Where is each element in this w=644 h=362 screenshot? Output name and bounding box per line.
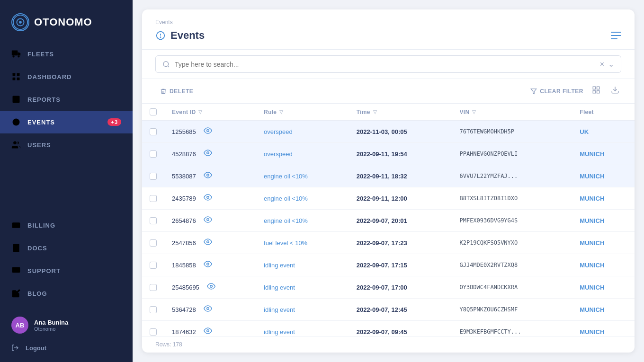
row-checkbox-7[interactable] bbox=[150, 284, 157, 291]
page-title: Events bbox=[155, 29, 205, 42]
clear-filter-button[interactable]: CLEAR FILTER bbox=[530, 88, 583, 95]
svg-point-36 bbox=[206, 152, 209, 154]
svg-point-44 bbox=[206, 330, 209, 332]
hamburger-line-3 bbox=[611, 38, 617, 39]
row-rule-cell-1: overspeed bbox=[256, 143, 349, 165]
sidebar-item-fleets[interactable]: FLEETS bbox=[0, 43, 133, 65]
row-event-id-cell-9: 1874632 bbox=[164, 321, 256, 336]
row-checkbox-cell-4 bbox=[142, 210, 164, 232]
hamburger-line-1 bbox=[611, 32, 621, 33]
row-checkbox-6[interactable] bbox=[150, 262, 157, 269]
select-all-checkbox[interactable] bbox=[150, 108, 157, 115]
th-time: Time ▽ bbox=[349, 104, 452, 121]
download-button[interactable] bbox=[609, 84, 621, 98]
row-vin-cell-2: 6VVU7L22YMZFAJ... bbox=[452, 165, 572, 187]
svg-point-43 bbox=[206, 308, 209, 310]
search-clear-button[interactable]: × bbox=[600, 60, 604, 69]
view-event-button-9[interactable] bbox=[204, 327, 212, 336]
sidebar-item-events[interactable]: EVENTS +3 bbox=[0, 111, 133, 133]
blog-icon bbox=[11, 289, 21, 298]
row-rule-cell-9: idling event bbox=[256, 321, 349, 336]
svg-point-40 bbox=[206, 241, 209, 243]
svg-point-17 bbox=[13, 141, 17, 145]
row-checkbox-cell-3 bbox=[142, 187, 164, 210]
svg-rect-9 bbox=[17, 78, 20, 80]
logout-button[interactable]: Logout bbox=[0, 339, 133, 356]
sidebar-item-users[interactable]: USERS bbox=[0, 133, 133, 156]
delete-label: DELETE bbox=[170, 88, 193, 95]
events-label: EVENTS bbox=[27, 119, 55, 126]
grid-view-button[interactable] bbox=[590, 84, 602, 98]
table-row: 4528876 overspeed 2022-09-11, 19:54 PPAH… bbox=[142, 143, 635, 165]
row-checkbox-cell-2 bbox=[142, 165, 164, 187]
sidebar-nav: FLEETS DASHBOARD REPORTS bbox=[0, 43, 133, 305]
search-icon bbox=[162, 61, 170, 68]
row-checkbox-0[interactable] bbox=[150, 128, 157, 135]
row-checkbox-cell-6 bbox=[142, 254, 164, 276]
row-event-id-9: 1874632 bbox=[172, 328, 196, 336]
row-rule-cell-2: engine oil <10% bbox=[256, 165, 349, 187]
svg-point-35 bbox=[206, 130, 209, 132]
events-title-icon bbox=[155, 30, 166, 41]
view-event-button-0[interactable] bbox=[204, 126, 212, 137]
sidebar-item-blog[interactable]: BLOG bbox=[0, 282, 133, 305]
svg-point-42 bbox=[210, 285, 213, 288]
th-vin: VIN ▽ bbox=[452, 104, 572, 121]
search-input[interactable] bbox=[175, 61, 595, 68]
row-checkbox-5[interactable] bbox=[150, 239, 157, 247]
sidebar-item-dashboard[interactable]: DASHBOARD bbox=[0, 65, 133, 88]
row-rule-cell-5: fuel level < 10% bbox=[256, 232, 349, 254]
logo-text: OTONOMO bbox=[34, 16, 92, 28]
vin-filter-icon[interactable]: ▽ bbox=[472, 109, 476, 115]
row-checkbox-8[interactable] bbox=[150, 306, 157, 313]
view-event-button-3[interactable] bbox=[204, 193, 212, 203]
sidebar-item-reports[interactable]: REPORTS bbox=[0, 88, 133, 111]
logout-label: Logout bbox=[26, 344, 46, 352]
row-event-id-cell-3: 2435789 bbox=[164, 187, 256, 210]
hamburger-menu-button[interactable] bbox=[611, 32, 621, 39]
svg-point-27 bbox=[163, 62, 169, 67]
time-filter-icon[interactable]: ▽ bbox=[373, 109, 377, 115]
user-company: Otonomo bbox=[34, 326, 68, 332]
row-checkbox-2[interactable] bbox=[150, 173, 157, 180]
view-event-button-5[interactable] bbox=[204, 238, 212, 248]
search-caret-button[interactable]: ⌄ bbox=[608, 60, 614, 69]
row-fleet-cell-2: MUNICH bbox=[572, 165, 635, 187]
view-event-button-2[interactable] bbox=[204, 171, 212, 181]
row-event-id-cell-6: 1845858 bbox=[164, 254, 256, 276]
hamburger-line-2 bbox=[611, 35, 621, 36]
logo-icon bbox=[11, 13, 29, 31]
rows-info: Rows: 178 bbox=[142, 336, 635, 353]
row-checkbox-1[interactable] bbox=[150, 150, 157, 158]
sidebar-item-billing[interactable]: BILLING bbox=[0, 214, 133, 237]
row-time-cell-1: 2022-09-11, 19:54 bbox=[349, 143, 452, 165]
sidebar-item-docs[interactable]: DOCS bbox=[0, 237, 133, 259]
rule-filter-icon[interactable]: ▽ bbox=[279, 109, 283, 115]
card-header: Events Events bbox=[142, 9, 635, 50]
view-event-button-7[interactable] bbox=[207, 282, 215, 292]
view-event-button-6[interactable] bbox=[204, 260, 212, 270]
view-event-button-8[interactable] bbox=[204, 304, 212, 315]
row-fleet-cell-5: MUNICH bbox=[572, 232, 635, 254]
row-fleet-cell-8: MUNICH bbox=[572, 299, 635, 321]
user-name: Ana Bunina bbox=[34, 319, 68, 326]
row-vin-cell-1: PPAHNEVGONZPOEVLI bbox=[452, 143, 572, 165]
search-bar: × ⌄ bbox=[155, 55, 621, 73]
delete-icon bbox=[160, 88, 167, 95]
event-id-filter-icon[interactable]: ▽ bbox=[198, 109, 202, 115]
view-event-button-4[interactable] bbox=[204, 215, 212, 226]
users-label: USERS bbox=[27, 141, 51, 149]
th-event-id: Event ID ▽ bbox=[164, 104, 256, 121]
row-event-id-7: 25485695 bbox=[172, 284, 199, 291]
docs-label: DOCS bbox=[27, 245, 47, 252]
row-checkbox-3[interactable] bbox=[150, 195, 157, 202]
row-fleet-cell-0: UK bbox=[572, 121, 635, 143]
svg-point-4 bbox=[13, 55, 15, 57]
row-checkbox-4[interactable] bbox=[150, 217, 157, 224]
table-body: 1255685 overspeed 2022-11-03, 00:05 76T6… bbox=[142, 121, 635, 336]
row-checkbox-9[interactable] bbox=[150, 328, 157, 336]
delete-button[interactable]: DELETE bbox=[155, 86, 198, 97]
view-event-button-1[interactable] bbox=[204, 149, 212, 159]
table-row: 2654876 engine oil <10% 2022-09-07, 20:0… bbox=[142, 210, 635, 232]
sidebar-item-support[interactable]: SUPPORT bbox=[0, 259, 133, 282]
